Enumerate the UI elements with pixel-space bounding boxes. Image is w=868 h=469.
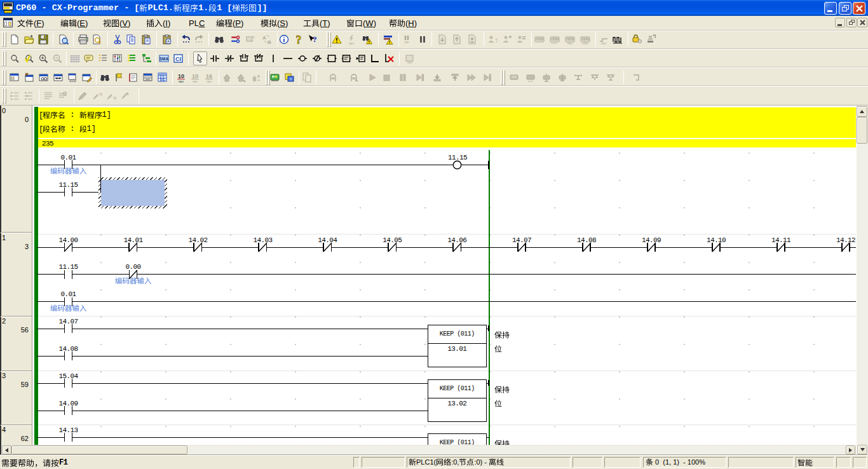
svg-text:CI: CI xyxy=(175,56,181,62)
svg-text:%: % xyxy=(113,96,116,100)
svg-text:002: 002 xyxy=(160,78,166,81)
svg-text:16: 16 xyxy=(206,73,212,79)
svg-text:ran: ran xyxy=(179,79,184,83)
svg-text:%: % xyxy=(99,92,102,97)
svg-text:B: B xyxy=(268,39,271,44)
svg-text:?: ? xyxy=(296,34,302,44)
svg-text:SMA: SMA xyxy=(159,57,169,61)
svg-text:A: A xyxy=(262,35,266,41)
svg-text:chp: chp xyxy=(583,41,588,45)
svg-text:ran: ran xyxy=(567,41,573,45)
svg-text:ran: ran xyxy=(349,41,354,45)
svg-text:ran: ran xyxy=(601,41,606,45)
svg-text:ran: ran xyxy=(207,79,212,83)
svg-text:ran: ran xyxy=(404,40,409,44)
svg-text:ran: ran xyxy=(407,60,412,64)
svg-text:10: 10 xyxy=(192,73,198,79)
svg-text:ran: ran xyxy=(193,79,198,83)
svg-text:?: ? xyxy=(495,37,498,44)
svg-text:?: ? xyxy=(313,34,317,44)
svg-text:10: 10 xyxy=(178,73,184,79)
